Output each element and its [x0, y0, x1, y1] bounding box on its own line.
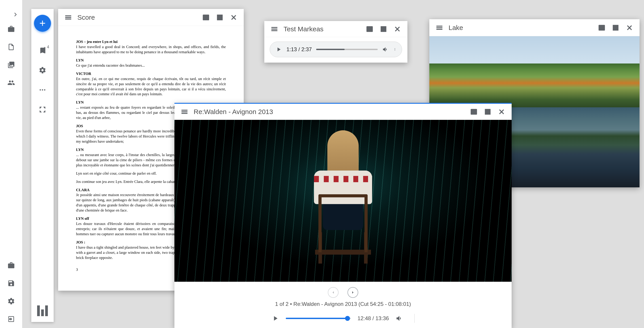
video-title: Re:Walden - Avignon 2013 [194, 108, 465, 116]
logout-icon[interactable] [7, 314, 16, 324]
volume-icon[interactable] [382, 46, 389, 53]
next-clip-button[interactable] [348, 287, 358, 298]
script-block: VICTOREn outre, j'ai, en ce qui me conce… [76, 71, 226, 97]
prev-clip-button[interactable] [328, 287, 338, 298]
audio-header: Test Markeas [264, 21, 408, 37]
people-icon[interactable] [7, 78, 16, 87]
expand-rail-icon[interactable] [11, 11, 20, 18]
score-header: Score [58, 9, 244, 26]
briefcase-icon[interactable] [7, 24, 16, 34]
app-rail [0, 0, 22, 328]
split-view-icon[interactable] [201, 13, 211, 22]
close-icon[interactable] [393, 24, 402, 34]
audio-time: 1:13 / 2:37 [286, 46, 312, 52]
lake-title: Lake [448, 24, 592, 32]
video-frame[interactable] [174, 120, 512, 282]
menu-icon[interactable] [270, 24, 279, 34]
fullscreen-icon[interactable] [38, 105, 47, 114]
volume-icon[interactable] [396, 314, 403, 322]
menu-icon[interactable] [435, 23, 444, 32]
bookmark-count: 4 [47, 45, 49, 50]
maximize-icon[interactable] [483, 107, 492, 116]
svg-rect-14 [613, 25, 618, 30]
svg-point-9 [395, 48, 395, 49]
audio-panel: Test Markeas 1:13 / 2:37 [264, 21, 408, 62]
play-icon[interactable] [272, 314, 279, 322]
split-view-icon[interactable] [365, 24, 374, 34]
audio-more-icon[interactable] [393, 46, 396, 53]
split-view-icon[interactable] [597, 23, 606, 32]
audio-title: Test Markeas [284, 25, 360, 33]
menu-icon[interactable] [64, 13, 73, 22]
svg-rect-8 [381, 26, 386, 32]
menu-icon[interactable] [180, 107, 189, 116]
svg-point-11 [395, 50, 395, 50]
svg-point-2 [44, 89, 46, 90]
maximize-icon[interactable] [611, 23, 620, 32]
video-header: Re:Walden - Avignon 2013 [174, 104, 512, 120]
audio-scrubber[interactable] [316, 49, 378, 50]
document-icon[interactable] [7, 42, 16, 52]
video-meta: 1 of 2 • Re:Walden - Avignon 2013 (Cut 5… [275, 301, 411, 307]
briefcase-2-icon[interactable] [7, 261, 16, 270]
video-controls: 1 of 2 • Re:Walden - Avignon 2013 (Cut 5… [174, 282, 512, 328]
image-collection-icon[interactable] [7, 60, 16, 69]
svg-point-1 [42, 89, 43, 90]
save-icon[interactable] [7, 279, 16, 288]
bookmarks-icon[interactable]: 4 [38, 46, 47, 55]
close-icon[interactable] [497, 107, 506, 116]
gear-icon[interactable] [38, 66, 47, 75]
audio-player: 1:13 / 2:37 [270, 42, 402, 57]
add-button[interactable] [34, 15, 51, 32]
script-block: JOS – jeu entre Lyn et luiI have travell… [76, 39, 226, 55]
svg-point-10 [395, 49, 395, 50]
svg-rect-17 [485, 109, 490, 114]
maximize-icon[interactable] [379, 24, 388, 34]
settings-icon[interactable] [7, 297, 16, 306]
split-view-icon[interactable] [469, 107, 478, 116]
app-logo-icon [37, 306, 48, 316]
more-icon[interactable] [38, 86, 47, 94]
close-icon[interactable] [625, 23, 634, 32]
script-block: LYNCe que j'ai entendu raconter des brah… [76, 58, 226, 68]
lake-header: Lake [429, 19, 640, 36]
video-time: 12:48 / 13:36 [358, 315, 389, 322]
divider [414, 314, 414, 323]
video-scrubber[interactable] [286, 318, 351, 319]
score-title: Score [77, 14, 197, 21]
workspace-rail: 4 [31, 9, 54, 322]
svg-point-0 [40, 89, 41, 90]
close-icon[interactable] [229, 13, 238, 22]
play-icon[interactable] [275, 46, 282, 53]
maximize-icon[interactable] [215, 13, 224, 22]
video-panel: Re:Walden - Avignon 2013 1 of 2 • Re:Wal… [174, 103, 512, 328]
